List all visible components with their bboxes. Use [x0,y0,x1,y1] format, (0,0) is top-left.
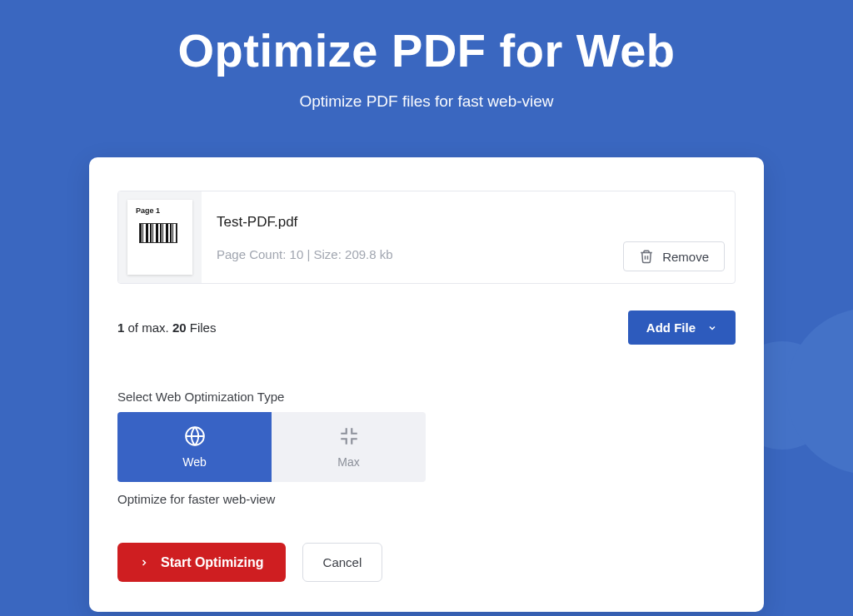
counter-suffix: Files [187,320,217,335]
page-title: Optimize PDF for Web [0,23,853,77]
counter-mid: of max. [124,320,172,335]
remove-button[interactable]: Remove [623,241,725,271]
size-value: 209.8 kb [345,247,393,261]
file-counter: 1 of max. 20 Files [117,320,216,335]
start-label: Start Optimizing [161,555,264,570]
page-count-value: 10 [290,247,304,261]
optimize-card: Page 1 Test-PDF.pdf Page Count: 10 | Siz… [89,157,764,612]
cancel-label: Cancel [323,555,362,569]
page-count-label: Page Count: [217,247,286,261]
optimization-web-option[interactable]: Web [117,412,272,482]
globe-icon [184,425,206,447]
compress-icon [338,425,360,447]
optimization-section-label: Select Web Optimization Type [117,390,736,404]
trash-icon [639,249,654,264]
cancel-button[interactable]: Cancel [302,543,383,582]
meta-separator: | [307,247,313,261]
thumb-page-label: Page 1 [136,206,160,215]
file-thumbnail-wrap: Page 1 [118,191,202,283]
chevron-right-icon [139,557,149,569]
add-file-label: Add File [646,320,696,335]
action-row: Start Optimizing Cancel [117,543,736,582]
optimization-max-option[interactable]: Max [272,412,426,482]
optimization-type-segment: Web Max [117,412,426,482]
optimization-max-label: Max [337,455,359,469]
add-file-button[interactable]: Add File [628,310,736,345]
file-name: Test-PDF.pdf [217,214,720,231]
page-subtitle: Optimize PDF files for fast web-view [0,92,853,111]
optimization-web-label: Web [182,455,207,469]
chevron-down-icon [707,323,717,333]
counter-max: 20 [172,320,187,335]
file-row: Page 1 Test-PDF.pdf Page Count: 10 | Siz… [117,191,736,284]
counter-row: 1 of max. 20 Files Add File [117,310,736,345]
remove-label: Remove [662,250,709,264]
barcode-icon [139,223,177,243]
file-thumbnail: Page 1 [127,200,192,275]
start-optimizing-button[interactable]: Start Optimizing [117,543,286,582]
optimization-description: Optimize for faster web-view [117,492,736,506]
file-info: Test-PDF.pdf Page Count: 10 | Size: 209.… [202,191,735,283]
size-label: Size: [314,247,342,261]
